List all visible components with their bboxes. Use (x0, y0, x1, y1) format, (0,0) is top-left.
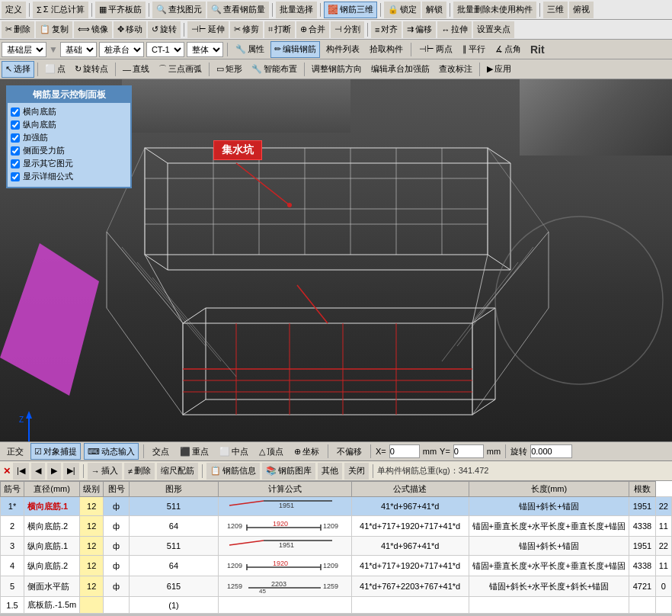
dropdown-elem[interactable]: 桩承台 (99, 42, 144, 57)
btn-batch-del[interactable]: 批量删除未使用构件 (453, 2, 536, 18)
dropdown-view[interactable]: 整体 (187, 42, 223, 57)
btn-move[interactable]: ✥ 移动 (114, 21, 146, 38)
btn-rect[interactable]: ▭ 矩形 (213, 61, 246, 78)
btn-view-rebar[interactable]: 🔍 查看钢筋量 (207, 2, 269, 18)
btn-close[interactable]: 关闭 (344, 463, 369, 480)
btn-no-offset[interactable]: 不偏移 (333, 443, 366, 460)
svg-line-68 (229, 501, 264, 505)
btn-parallel[interactable]: ∥ 平行 (459, 41, 489, 58)
btn-top-view[interactable]: 俯视 (569, 2, 594, 18)
sep1 (29, 3, 30, 17)
table-row[interactable]: 4 纵向底筋.2 12 ф 64 1209 1920 1209 41*d+717… (1, 556, 672, 576)
dropdown-layer[interactable]: 基础层 (2, 42, 46, 57)
cp-item-2[interactable]: 纵向底筋 (11, 119, 127, 130)
cp-check-2[interactable] (11, 120, 20, 130)
btn-delete[interactable]: ✂ 删除 (2, 21, 34, 38)
btn-pick-elem[interactable]: 拾取构件 (366, 41, 407, 58)
cell-formula (351, 597, 469, 614)
btn-copy[interactable]: 📋 复制 (36, 21, 72, 38)
sep14 (37, 63, 38, 76)
input-rotate[interactable] (530, 444, 572, 458)
btn-find-elem[interactable]: 🔍 查找图元 (152, 2, 206, 18)
label-y: Y= (440, 447, 450, 456)
btn-rotate-point[interactable]: ↻ 旋转点 (71, 61, 112, 78)
cp-item-1[interactable]: 横向底筋 (11, 106, 127, 117)
cp-item-5[interactable]: 显示其它图元 (11, 158, 127, 169)
btn-arc[interactable]: ⌒ 三点画弧 (155, 61, 206, 78)
btn-midpoint[interactable]: ⬛ 重点 (176, 443, 213, 460)
input-x[interactable] (389, 444, 420, 458)
sep3 (149, 3, 149, 17)
btn-dynamic-input[interactable]: ⌨ 动态输入 (84, 443, 139, 460)
dropdown-id[interactable]: CT-1 (146, 42, 184, 57)
btn-smart-place[interactable]: 🔧 智能布置 (248, 61, 301, 78)
btn-stretch[interactable]: ↔ 拉伸 (437, 21, 472, 38)
btn-trim[interactable]: ✂ 修剪 (230, 21, 263, 38)
sep17 (304, 63, 305, 76)
btn-mirror[interactable]: ⟺ 镜像 (74, 21, 112, 38)
btn-rebar-info[interactable]: 📋 钢筋信息 (206, 463, 260, 480)
btn-level-rebar[interactable]: ▦ 平齐板筋 (95, 2, 146, 18)
btn-rebar-3d[interactable]: 🧱 钢筋三维 (324, 2, 377, 18)
btn-edit-support[interactable]: 编辑承台加强筋 (367, 61, 434, 78)
btn-prev[interactable]: ◀ (31, 463, 45, 480)
cp-check-5[interactable] (11, 159, 20, 168)
menu-define[interactable]: 定义 (2, 2, 26, 18)
table-row[interactable]: 5 侧面水平筋 12 ф 615 1259 2203 1259 45 41*d+… (1, 576, 672, 597)
btn-last[interactable]: ▶| (63, 463, 79, 480)
cp-item-6[interactable]: 显示详细公式 (11, 171, 127, 182)
btn-insert[interactable]: → 插入 (88, 463, 122, 480)
cp-item-3[interactable]: 加强筋 (11, 132, 127, 143)
btn-center[interactable]: ⬜ 中点 (216, 443, 252, 460)
btn-scale-rebar[interactable]: 缩尺配筋 (157, 463, 198, 480)
btn-extend[interactable]: ⊣⊢ 延伸 (187, 21, 229, 38)
btn-ortho[interactable]: 正交 (3, 443, 27, 460)
btn-edit-rebar[interactable]: ✏ 编辑钢筋 (270, 41, 320, 58)
cp-check-6[interactable] (11, 172, 20, 181)
btn-snap[interactable]: ☑ 对象捕提 (30, 443, 81, 460)
btn-coord[interactable]: ⊕ 坐标 (290, 443, 323, 460)
btn-break[interactable]: ⌗ 打断 (264, 21, 295, 38)
btn-point-angle[interactable]: ∡ 点角 (491, 41, 525, 58)
btn-top[interactable]: △ 顶点 (255, 443, 287, 460)
cp-check-1[interactable] (11, 107, 20, 117)
dropdown-type[interactable]: 基础 (60, 42, 97, 57)
btn-align[interactable]: ≡ 对齐 (371, 21, 402, 38)
cp-item-4[interactable]: 侧面受力筋 (11, 145, 127, 156)
btn-property[interactable]: 🔧 属性 (232, 41, 268, 58)
btn-apply[interactable]: ▶ 应用 (483, 61, 515, 78)
btn-3d-view[interactable]: 三维 (543, 2, 568, 18)
btn-split[interactable]: ⊣ 分割 (331, 21, 364, 38)
btn-rotate[interactable]: ↺ 旋转 (148, 21, 181, 38)
btn-adjust-dir[interactable]: 调整钢筋方向 (308, 61, 366, 78)
btn-grip[interactable]: 设置夹点 (473, 21, 514, 38)
btn-first[interactable]: |◀ (13, 463, 29, 480)
btn-select[interactable]: ↖ 选择 (2, 61, 34, 78)
cp-check-3[interactable] (11, 133, 20, 143)
btn-two-point[interactable]: ⊣⊢ 两点 (415, 41, 456, 58)
btn-intersect[interactable]: 交点 (149, 443, 173, 460)
btn-line[interactable]: — 直线 (119, 61, 153, 78)
table-row[interactable]: 1.5 底板筋.-1.5m (1) (1, 597, 672, 614)
btn-batch-select[interactable]: 批量选择 (276, 2, 317, 18)
cell-name: 纵向底筋.1 (24, 537, 80, 556)
btn-elem-list[interactable]: 构件列表 (322, 41, 363, 58)
th-shapenum: 图号 (104, 482, 130, 497)
cp-check-4[interactable] (11, 146, 20, 156)
table-row[interactable]: 1* 横向底筋.1 12 ф 511 1951 41*d+967+41*d 锚固… (1, 497, 672, 516)
btn-del-row[interactable]: ≠ 删除 (124, 463, 155, 480)
btn-rebar-lib[interactable]: 📚 钢筋图库 (262, 463, 315, 480)
table-row[interactable]: 3 纵向底筋.1 12 ф 511 1951 41*d+967+41*d 锚固+… (1, 537, 672, 556)
btn-check-mark[interactable]: 查改标注 (435, 61, 476, 78)
btn-sum-calc[interactable]: Σ Σ 汇总计算 (33, 2, 88, 18)
btn-merge[interactable]: ⊕ 合并 (296, 21, 329, 38)
input-y[interactable] (453, 444, 484, 458)
table-row[interactable]: 2 横向底筋.2 12 ф 64 1209 1920 1209 41*d+717… (1, 516, 672, 537)
btn-lock[interactable]: 🔒 锁定 (384, 2, 421, 18)
btn-close-x[interactable]: ✕ (3, 466, 11, 476)
btn-next[interactable]: ▶ (47, 463, 61, 480)
btn-unlock[interactable]: 解锁 (422, 2, 446, 18)
btn-point[interactable]: ⬜ 点 (41, 61, 69, 78)
btn-offset[interactable]: ⇉ 偏移 (403, 21, 436, 38)
btn-other[interactable]: 其他 (318, 463, 342, 480)
